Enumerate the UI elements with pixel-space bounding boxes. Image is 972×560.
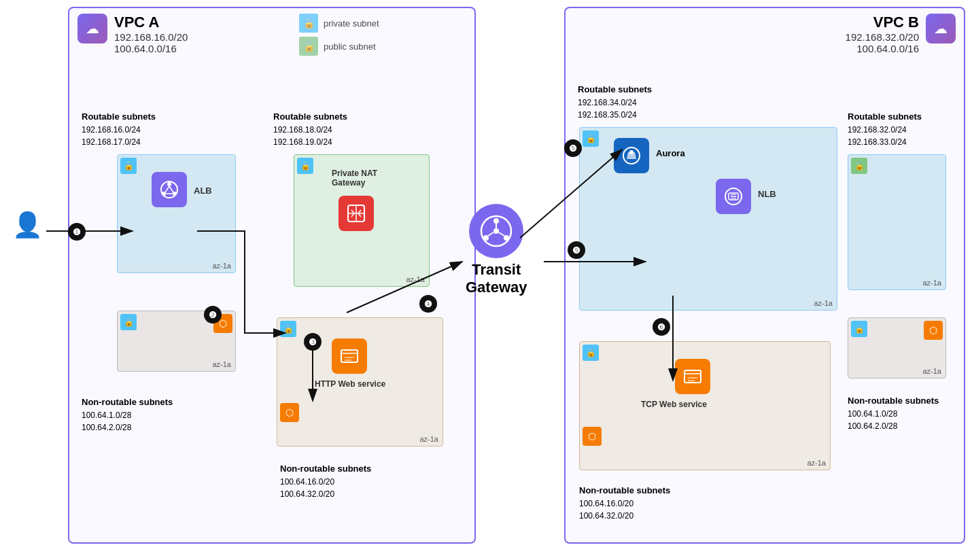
vpc-b-routable-right: Routable subnets 192.168.32.0/24 192.168… [848,110,922,148]
http-label: HTTP Web service [315,379,385,389]
alb-az1a: az-1a [212,262,231,270]
nonroutable-right-b-lock: 🔒 [851,321,867,337]
nonroutable-right-b-az1a: az-1a [922,367,941,375]
vpc-b-nonroutable-right: Non-routable subnets 100.64.1.0/28 100.6… [848,394,939,432]
http-icon [332,338,367,374]
nat-subnet: 🔒 Private NATGateway az-1a [294,154,430,287]
step-6-circle: ❻ [653,318,670,336]
person-icon: 👤 [12,211,43,239]
step-2-circle: ❷ [204,306,222,323]
vpc-a-cloud-icon: ☁ [77,14,107,43]
svg-point-27 [483,235,489,241]
vpc-b-box: ☁ VPC B 192.168.32.0/20 100.64.0.0/16 Ro… [564,7,965,544]
svg-point-29 [493,228,499,234]
svg-line-32 [499,232,504,236]
svg-point-8 [167,182,171,186]
vpc-b-right-lock: 🔓 [851,158,867,174]
nlb-label: NLB [758,189,776,199]
vpc-a-cidr2: 100.64.0.0/16 [114,43,188,54]
vpc-a-header: ☁ VPC A 192.168.16.0/20 100.64.0.0/16 [69,8,474,57]
http-lambda: ⬡ [280,403,299,422]
http-subnet: 🔒 HTTP Web service ⬡ az-1a [277,317,443,447]
svg-line-12 [169,186,173,192]
svg-line-11 [165,186,169,192]
vpc-b-title: VPC B [846,14,919,31]
nat-az1a: az-1a [406,275,425,283]
aurora-label: Aurora [656,148,685,158]
nat-label: Private NATGateway [332,169,377,188]
vpc-a-title-block: VPC A 192.168.16.0/20 100.64.0.0/16 [114,14,188,54]
vpc-b-cidr2: 100.64.0.0/16 [846,43,919,54]
alb-lock: 🔒 [120,158,137,174]
tcp-subnet: 🔒 TCP Web service ⬡ az-1a [579,341,831,470]
tcp-label: TCP Web service [641,400,707,409]
vpc-a-cidr1: 192.168.16.0/20 [114,31,188,43]
step-4-circle: ❹ [419,295,437,313]
step-3-circle: ❸ [304,333,322,351]
nonroutable-right-b-lambda: ⬡ [924,321,943,340]
tcp-az1a: az-1a [807,459,826,467]
tcp-lambda: ⬡ [583,427,602,446]
transit-gateway-icon [469,204,523,258]
http-lock: 🔒 [280,321,296,337]
vpc-a-title: VPC A [114,14,188,31]
nlb-aurora-subnet: 🔒 Aurora NLB [579,127,837,311]
nlb-az1a: az-1a [814,299,833,307]
vpc-b-cloud-icon: ☁ [926,14,956,43]
vpc-b-routable-left: Routable subnets 192.168.34.0/24 192.168… [578,83,652,121]
transit-gateway-label: Transit Gateway [466,261,527,297]
svg-point-26 [493,218,499,224]
vpc-b-header: ☁ VPC B 192.168.32.0/20 100.64.0.0/16 [566,8,964,57]
http-az1a: az-1a [419,435,438,443]
nlb-icon-service [716,179,751,214]
vpc-a-nonroutable: Non-routable subnets 100.64.1.0/28 100.6… [82,396,173,434]
vpc-b-right-subnet: 🔓 az-1a [848,154,946,290]
vpc-a-box: ☁ VPC A 192.168.16.0/20 100.64.0.0/16 Ro… [68,7,476,544]
vpc-b-title-block: VPC B 192.168.32.0/20 100.64.0.0/16 [846,14,919,54]
aurora-icon [614,138,649,173]
nonroutable-left-az1a: az-1a [212,360,231,368]
vpc-a-routable-right: Routable subnets 192.168.18.0/24 192.168… [273,110,347,148]
nlb-lock: 🔒 [583,130,599,147]
tcp-lock: 🔒 [583,345,599,361]
alb-icon [152,172,187,207]
vpc-b-nonroutable-left: Non-routable subnets 100.64.16.0/20 100.… [579,484,670,522]
nat-lock: 🔒 [297,158,313,174]
alb-label: ALB [194,186,212,196]
tcp-icon [675,359,710,394]
step-1-circle: ❶ [68,223,86,241]
vpc-a-nonroutable-right: Non-routable subnets 100.64.16.0/20 100.… [280,462,371,500]
step-5a-circle: ❺ [564,139,582,157]
vpc-a-routable-left: Routable subnets 192.168.16.0/24 192.168… [82,110,156,148]
vpc-b-cidr1: 192.168.32.0/20 [846,31,919,43]
diagram-container: 🔒 private subnet 🔓 public subnet 👤 ☁ VPC… [0,0,972,560]
nat-icon [339,196,374,231]
transit-gateway: Transit Gateway [466,204,527,297]
nonroutable-right-b: 🔒 ⬡ az-1a [848,317,946,379]
svg-point-28 [504,235,509,241]
step-5b-circle: ❺ [568,241,585,259]
svg-point-34 [629,150,633,154]
alb-subnet: 🔒 ALB az-1a [117,154,236,273]
nonroutable-left-lock: 🔒 [120,314,137,330]
vpc-b-right-az1a: az-1a [922,279,941,287]
svg-line-31 [488,232,493,236]
